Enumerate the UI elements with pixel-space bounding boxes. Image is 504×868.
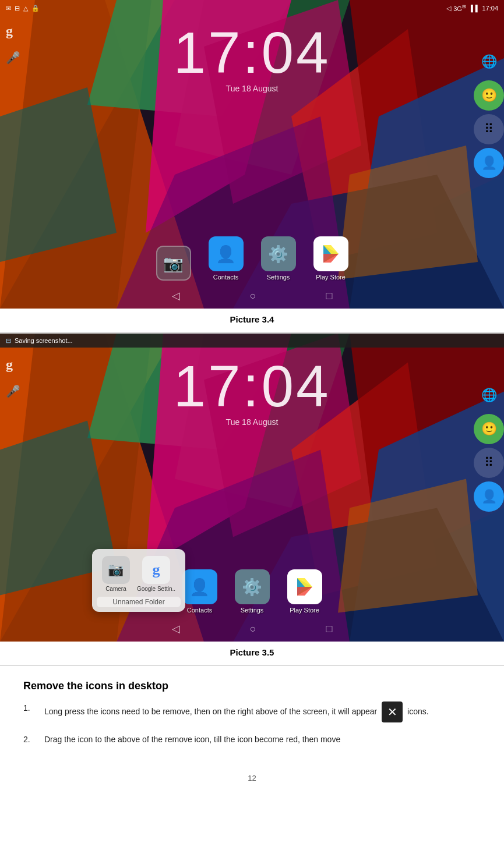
side-dock-2: 🌐 🙂 ⠿ 👤 bbox=[474, 380, 504, 512]
caption-1: Picture 3.4 bbox=[0, 309, 504, 333]
status-bar-1: ✉ ⊟ △ 🔒 ◁ 3G⊞ ▐ ▌ Tue 18 August 17:04 bbox=[0, 0, 504, 16]
playstore-label-1: Play Store bbox=[316, 274, 346, 281]
settings-label-1: Settings bbox=[267, 274, 290, 281]
playstore-label-2: Play Store bbox=[290, 607, 319, 614]
instruction-item-2: 2. Drag the icon to the above of the rem… bbox=[23, 733, 481, 746]
contacts-app-icon-1: 👤 bbox=[216, 245, 236, 264]
saving-text: Saving screenshot... bbox=[15, 337, 73, 344]
google-icon-2: g bbox=[6, 357, 20, 373]
instruction-list: 1. Long press the icons need to be remov… bbox=[23, 702, 481, 746]
contacts-label-2: Contacts bbox=[187, 607, 212, 614]
home-btn-1[interactable]: ○ bbox=[250, 290, 256, 302]
settings-app-icon-1: ⚙️ bbox=[268, 245, 288, 264]
playstore-logo-1 bbox=[321, 244, 341, 264]
playstore-logo-2 bbox=[295, 577, 315, 597]
clock-area-2: 17:04 Tue 18 August bbox=[173, 357, 330, 427]
lock-icon: 🔒 bbox=[31, 5, 40, 12]
clock-area-1: 17:04 Tue 18 August bbox=[173, 23, 330, 93]
time-status: 17:04 bbox=[482, 5, 498, 12]
svg-marker-36 bbox=[297, 587, 312, 596]
app-settings-2[interactable]: ⚙️ Settings bbox=[235, 569, 270, 614]
instruction-text-1: Long press the icons need to be remove, … bbox=[44, 702, 429, 722]
caption-text-1: Picture 3.4 bbox=[230, 314, 274, 324]
clock-date-1: Tue 18 August bbox=[173, 84, 330, 93]
back-btn-1[interactable]: ◁ bbox=[172, 289, 180, 302]
app-settings-1[interactable]: ⚙️ Settings bbox=[261, 236, 296, 281]
globe-icon-2[interactable]: 🌐 bbox=[474, 380, 504, 410]
side-dock-1: 🌐 🙂 ⠿ 👤 bbox=[474, 47, 504, 178]
recents-btn-1[interactable]: □ bbox=[326, 290, 333, 302]
nav-bar-2: ◁ ○ □ bbox=[0, 616, 504, 642]
camera-label: Camera bbox=[105, 586, 126, 592]
contacts-icon-2[interactable]: 👤 bbox=[474, 481, 504, 512]
clock-date-2: Tue 18 August bbox=[173, 417, 330, 427]
saving-bar: ⊟ Saving screenshot... bbox=[0, 334, 504, 348]
instruction-text-2: Drag the icon to the above of the remove… bbox=[44, 733, 340, 746]
remove-icon-x: ✕ bbox=[382, 702, 403, 722]
contacts-app-icon-2: 👤 bbox=[189, 578, 210, 597]
app-contacts-2[interactable]: 👤 Contacts bbox=[182, 569, 217, 614]
saving-bar-icon: ⊟ bbox=[6, 337, 11, 345]
instruction-item-1: 1. Long press the icons need to be remov… bbox=[23, 702, 481, 722]
app-contacts-1[interactable]: 👤 Contacts bbox=[209, 236, 244, 281]
section-heading: Remove the icons in desktop bbox=[23, 680, 481, 692]
recents-btn-2[interactable]: □ bbox=[326, 623, 333, 635]
status-left-1: ✉ ⊟ △ 🔒 bbox=[6, 5, 40, 12]
camera-icon-2: 📷 bbox=[108, 562, 124, 578]
settings-app-icon-2: ⚙️ bbox=[242, 578, 262, 597]
folder-app-google[interactable]: g Google Settin.. bbox=[137, 556, 175, 592]
smiley-icon-1[interactable]: 🙂 bbox=[474, 80, 504, 111]
clock-time-1: 17:04 bbox=[173, 23, 330, 82]
left-icons-2: g 🎤 bbox=[6, 357, 20, 398]
back-btn-2[interactable]: ◁ bbox=[172, 622, 180, 635]
folder-app-camera[interactable]: 📷 Camera bbox=[102, 556, 130, 592]
app-camera-1[interactable]: 📷 bbox=[156, 246, 191, 281]
apps-icon-1[interactable]: ⠿ bbox=[474, 114, 504, 144]
caption-2: Picture 3.5 bbox=[0, 642, 504, 666]
app-playstore-1[interactable]: Play Store bbox=[313, 236, 348, 281]
camera-icon-1: 📷 bbox=[163, 254, 184, 273]
apps-icon-2[interactable]: ⠿ bbox=[474, 448, 504, 478]
page-number: 12 bbox=[0, 768, 504, 788]
list-num-2: 2. bbox=[23, 733, 37, 746]
image-icon: ⊟ bbox=[15, 5, 20, 12]
google-settings-icon: g bbox=[153, 561, 160, 579]
bottom-apps-2: 👤 Contacts ⚙️ Settings Play Store bbox=[182, 569, 322, 614]
email-icon: ✉ bbox=[6, 5, 11, 12]
network-icon: 3G⊞ bbox=[453, 4, 466, 12]
screen1: ✉ ⊟ △ 🔒 ◁ 3G⊞ ▐ ▌ Tue 18 August 17:04 g … bbox=[0, 0, 504, 309]
left-icons-1: g 🎤 bbox=[6, 23, 20, 65]
status-right-1: ◁ 3G⊞ ▐ ▌ Tue 18 August 17:04 bbox=[446, 4, 498, 12]
warning-icon: △ bbox=[23, 5, 28, 12]
home-btn-2[interactable]: ○ bbox=[250, 623, 256, 635]
screen2: ⊟ Saving screenshot... g 🎤 17:04 Tue 18 … bbox=[0, 333, 504, 642]
folder-name: Unnamed Folder bbox=[97, 597, 181, 607]
contacts-icon-1[interactable]: 👤 bbox=[474, 148, 504, 178]
caption-text-2: Picture 3.5 bbox=[230, 647, 274, 657]
globe-icon-1[interactable]: 🌐 bbox=[474, 47, 504, 77]
svg-marker-17 bbox=[323, 254, 339, 263]
google-icon-1: g bbox=[6, 23, 20, 39]
mic-icon-1: 🎤 bbox=[6, 51, 20, 65]
mic-icon-2: 🎤 bbox=[6, 384, 20, 398]
battery-level: ▌ bbox=[475, 5, 480, 12]
nav-bar-1: ◁ ○ □ bbox=[0, 283, 504, 309]
folder-apps-row: 📷 Camera g Google Settin.. bbox=[97, 556, 181, 592]
google-settings-label: Google Settin.. bbox=[137, 586, 175, 592]
settings-label-2: Settings bbox=[241, 607, 264, 614]
app-playstore-2[interactable]: Play Store bbox=[287, 569, 322, 614]
bottom-apps-1: 📷 👤 Contacts ⚙️ Settings bbox=[156, 236, 348, 281]
signal-icon: ▐ bbox=[468, 5, 473, 12]
battery-icon: ◁ bbox=[446, 5, 451, 12]
folder-popup: 📷 Camera g Google Settin.. Unnamed Folde… bbox=[92, 549, 185, 612]
clock-time-2: 17:04 bbox=[173, 357, 330, 415]
contacts-label-1: Contacts bbox=[213, 274, 238, 281]
smiley-icon-2[interactable]: 🙂 bbox=[474, 414, 504, 444]
text-section: Remove the icons in desktop 1. Long pres… bbox=[0, 666, 504, 768]
list-num-1: 1. bbox=[23, 702, 37, 722]
